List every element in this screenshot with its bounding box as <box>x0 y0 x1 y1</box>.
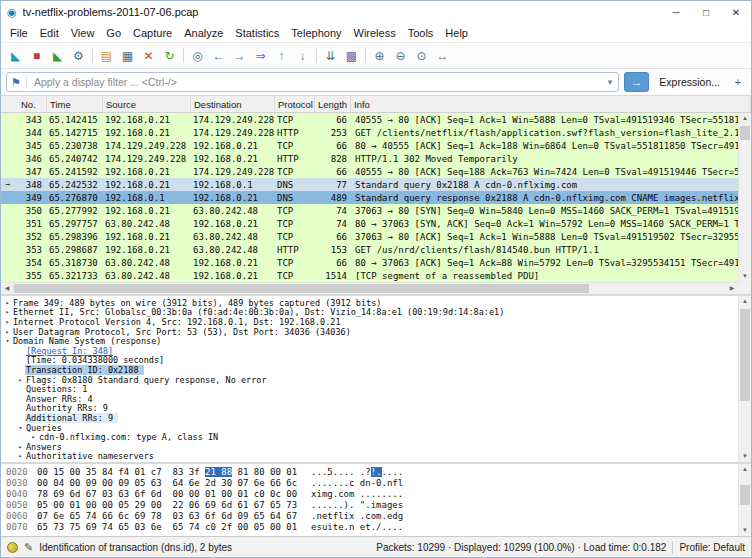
tree-toggle-icon[interactable]: ▸ <box>3 328 12 336</box>
tree-toggle-icon[interactable]: ▸ <box>3 308 12 316</box>
packet-row[interactable]: 345 65.230738 174.129.249.228 192.168.0.… <box>1 139 738 152</box>
stop-capture-icon[interactable]: ■ <box>26 45 47 66</box>
menu-tools[interactable]: Tools <box>402 25 440 41</box>
go-to-packet-icon[interactable]: ⇒ <box>250 45 271 66</box>
packet-row[interactable]: 349 65.276870 192.168.0.1 192.168.0.21 D… <box>1 191 738 204</box>
col-source[interactable]: Source <box>103 96 191 112</box>
expression-button[interactable]: Expression... <box>654 76 725 88</box>
close-file-icon[interactable]: ✕ <box>138 45 159 66</box>
menu-capture[interactable]: Capture <box>127 25 178 41</box>
col-no[interactable]: No. <box>1 96 47 112</box>
hex-row[interactable]: 0020 00 15 00 35 84 f4 01 c7 83 3f 21 88… <box>1 467 738 478</box>
col-length[interactable]: Length <box>315 96 351 112</box>
detail-row[interactable]: ▸ cdn-0.nflximg.com: type A, class IN <box>1 432 738 442</box>
hex-row[interactable]: 0030 00 04 00 09 00 09 05 63 64 6e 2d 30… <box>1 478 738 489</box>
details-vertical-scrollbar[interactable]: ▲ ▼ <box>738 296 751 462</box>
reload-icon[interactable]: ↻ <box>159 45 180 66</box>
tree-toggle-icon[interactable]: ▸ <box>16 452 25 460</box>
scroll-up-arrow[interactable]: ▲ <box>739 464 751 475</box>
go-last-icon[interactable]: ↓ <box>292 45 313 66</box>
start-capture-icon[interactable]: ◣ <box>5 45 26 66</box>
hex-row[interactable]: 0040 78 69 6d 67 03 63 6f 6d 00 00 01 00… <box>1 489 738 500</box>
profile-label[interactable]: Profile: Default <box>679 542 745 553</box>
autoscroll-icon[interactable]: ⇊ <box>320 45 341 66</box>
detail-row[interactable]: Transaction ID: 0x2188 <box>1 365 738 375</box>
resize-columns-icon[interactable]: ↔ <box>432 45 453 66</box>
col-protocol[interactable]: Protocol <box>275 96 315 112</box>
packet-row[interactable]: 344 65.142715 192.168.0.21 174.129.249.2… <box>1 126 738 139</box>
scroll-up-arrow[interactable]: ▲ <box>739 113 751 124</box>
scroll-down-arrow[interactable]: ▼ <box>739 271 751 282</box>
go-first-icon[interactable]: ↑ <box>271 45 292 66</box>
capture-options-icon[interactable]: ⚙ <box>68 45 89 66</box>
zoom-100-icon[interactable]: ⊙ <box>411 45 432 66</box>
menu-go[interactable]: Go <box>100 25 127 41</box>
zoom-in-icon[interactable]: ⊕ <box>369 45 390 66</box>
menu-statistics[interactable]: Statistics <box>229 25 285 41</box>
scroll-down-arrow[interactable]: ▼ <box>739 451 751 462</box>
hex-vertical-scrollbar[interactable]: ▲ ▼ <box>738 464 751 536</box>
tree-toggle-icon[interactable]: ▸ <box>29 433 38 441</box>
scroll-up-arrow[interactable]: ▲ <box>739 296 751 307</box>
detail-row[interactable]: Authority RRs: 9 <box>1 404 738 414</box>
restart-capture-icon[interactable]: ◣ <box>47 45 68 66</box>
packet-list-horizontal-scrollbar[interactable]: ◀ ▶ <box>1 282 738 294</box>
packet-row[interactable]: → 348 65.242532 192.168.0.21 192.168.0.1… <box>1 178 738 191</box>
apply-filter-button[interactable]: → <box>624 72 649 92</box>
detail-row[interactable]: ▸ Flags: 0x8180 Standard query response,… <box>1 375 738 385</box>
detail-row[interactable]: Questions: 1 <box>1 384 738 394</box>
packet-row[interactable]: 352 65.298396 192.168.0.21 63.80.242.48 … <box>1 230 738 243</box>
tree-toggle-icon[interactable]: ▸ <box>16 376 25 384</box>
packet-row[interactable]: 347 65.241592 192.168.0.21 174.129.249.2… <box>1 165 738 178</box>
packet-row[interactable]: 354 65.318730 63.80.242.48 192.168.0.21 … <box>1 256 738 269</box>
menu-analyze[interactable]: Analyze <box>178 25 229 41</box>
detail-row[interactable]: ▸ Internet Protocol Version 4, Src: 192.… <box>1 317 738 327</box>
packet-row[interactable]: 346 65.240742 174.129.249.228 192.168.0.… <box>1 152 738 165</box>
col-destination[interactable]: Destination <box>191 96 275 112</box>
menu-file[interactable]: File <box>4 25 34 41</box>
menu-telephony[interactable]: Telephony <box>285 25 347 41</box>
detail-row[interactable]: ▸ Answers <box>1 442 738 452</box>
minimize-button[interactable]: ─ <box>661 1 691 23</box>
detail-row[interactable]: ▸ Ethernet II, Src: Globalsc_00:3b:0a (f… <box>1 308 738 318</box>
detail-row[interactable]: ▾ Queries <box>1 423 738 433</box>
tree-toggle-icon[interactable]: ▸ <box>3 299 12 307</box>
tree-toggle-icon[interactable]: ▸ <box>16 443 25 451</box>
tree-toggle-icon[interactable]: ▾ <box>3 337 12 345</box>
colorize-icon[interactable]: ▩ <box>341 45 362 66</box>
packet-row[interactable]: 353 65.298687 192.168.0.21 63.80.242.48 … <box>1 243 738 256</box>
save-file-icon[interactable]: ▦ <box>117 45 138 66</box>
add-filter-button[interactable]: + <box>730 73 746 91</box>
go-back-icon[interactable]: ← <box>208 45 229 66</box>
detail-row[interactable]: [Request In: 348] <box>1 346 738 356</box>
scroll-thumb[interactable] <box>740 309 750 401</box>
maximize-button[interactable]: □ <box>691 1 721 23</box>
filter-bookmark-icon[interactable]: ⚑ <box>11 76 27 89</box>
tree-toggle-icon[interactable]: ▾ <box>16 424 25 432</box>
detail-row[interactable]: Answer RRs: 4 <box>1 394 738 404</box>
capture-comment-icon[interactable]: ✎ <box>24 541 33 554</box>
col-time[interactable]: Time <box>47 96 103 112</box>
packet-row[interactable]: 350 65.277992 192.168.0.21 63.80.242.48 … <box>1 204 738 217</box>
packet-row[interactable]: 355 65.321733 63.80.242.48 192.168.0.21 … <box>1 269 738 282</box>
go-forward-icon[interactable]: → <box>229 45 250 66</box>
packet-row[interactable]: 343 65.142415 192.168.0.21 174.129.249.2… <box>1 113 738 126</box>
packet-list-vertical-scrollbar[interactable]: ▲ ▼ <box>738 113 751 282</box>
scroll-thumb[interactable] <box>14 284 589 293</box>
find-packet-icon[interactable]: ◎ <box>187 45 208 66</box>
filter-dropdown-icon[interactable]: ▾ <box>606 77 615 87</box>
menu-view[interactable]: View <box>65 25 101 41</box>
scroll-down-arrow[interactable]: ▼ <box>739 525 751 536</box>
display-filter-input[interactable] <box>32 75 606 89</box>
detail-row[interactable]: ▾ Domain Name System (response) <box>1 336 738 346</box>
expert-info-icon[interactable] <box>7 542 18 553</box>
close-button[interactable]: ✕ <box>721 1 751 23</box>
detail-row[interactable]: ▸ Frame 349: 489 bytes on wire (3912 bit… <box>1 298 738 308</box>
hex-row[interactable]: 0060 07 6e 65 74 66 6c 69 78 03 63 6f 6d… <box>1 511 738 522</box>
detail-row[interactable]: ▸ User Datagram Protocol, Src Port: 53 (… <box>1 327 738 337</box>
open-file-icon[interactable]: ▤ <box>96 45 117 66</box>
menu-help[interactable]: Help <box>439 25 474 41</box>
scroll-left-arrow[interactable]: ◀ <box>1 283 13 294</box>
scroll-right-arrow[interactable]: ▶ <box>726 283 738 294</box>
packet-row[interactable]: 351 65.297757 63.80.242.48 192.168.0.21 … <box>1 217 738 230</box>
